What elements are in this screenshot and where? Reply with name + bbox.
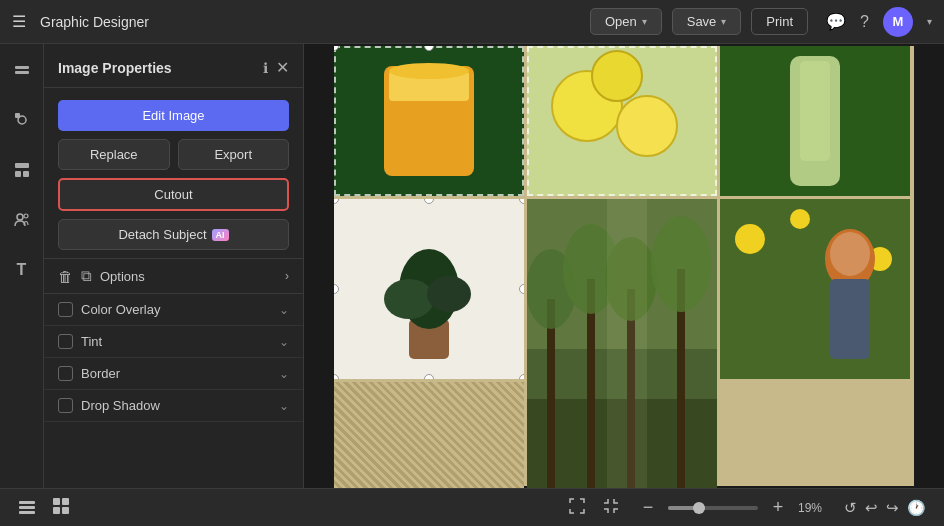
replace-button[interactable]: Replace	[58, 139, 170, 170]
options-row: 🗑 ⧉ Options ›	[44, 258, 303, 294]
chat-icon[interactable]: 💬	[826, 12, 846, 31]
svg-point-35	[651, 216, 711, 312]
svg-rect-19	[800, 61, 830, 161]
svg-point-38	[735, 224, 765, 254]
tint-checkbox[interactable]	[58, 334, 73, 349]
detach-subject-button[interactable]: Detach Subject AI	[58, 219, 289, 250]
zoom-level: 19%	[798, 501, 828, 515]
tint-chevron-icon[interactable]: ⌄	[279, 335, 289, 349]
cell-plant[interactable]	[334, 199, 524, 379]
svg-rect-4	[15, 163, 29, 168]
panel-action-buttons: Edit Image Replace Export Cutout Detach …	[44, 88, 303, 258]
svg-rect-46	[19, 511, 35, 514]
svg-point-15	[617, 96, 677, 156]
layers-status-icon[interactable]	[18, 497, 36, 519]
color-overlay-label: Color Overlay	[81, 302, 271, 317]
grid-status-icon[interactable]	[52, 497, 70, 519]
drop-shadow-label: Drop Shadow	[81, 398, 271, 413]
info-icon[interactable]: ℹ	[263, 60, 268, 76]
redo-button[interactable]: ↪	[886, 499, 899, 517]
drop-shadow-row[interactable]: Drop Shadow ⌄	[44, 390, 303, 422]
svg-rect-5	[15, 171, 21, 177]
undo-button[interactable]: ↩	[865, 499, 878, 517]
shrink-icon[interactable]	[602, 497, 620, 519]
main-area: T Image Properties ℹ ✕ Edit Image Replac…	[0, 44, 944, 488]
text-tool[interactable]: T	[6, 254, 38, 286]
layers-tool[interactable]	[6, 54, 38, 86]
tint-label: Tint	[81, 334, 271, 349]
print-button[interactable]: Print	[751, 8, 808, 35]
svg-rect-47	[53, 498, 60, 505]
save-button[interactable]: Save ▾	[672, 8, 742, 35]
svg-point-24	[427, 276, 471, 312]
layout-tool[interactable]	[6, 154, 38, 186]
zoom-slider[interactable]	[668, 506, 758, 510]
juice-image	[334, 46, 524, 196]
drop-shadow-chevron-icon[interactable]: ⌄	[279, 399, 289, 413]
open-chevron-icon: ▾	[642, 16, 647, 27]
svg-point-12	[389, 63, 469, 79]
svg-rect-36	[607, 199, 647, 488]
lemon-image	[527, 46, 717, 196]
svg-rect-48	[62, 498, 69, 505]
avatar[interactable]: M	[883, 7, 913, 37]
statusbar: − + 19% ↺ ↩ ↪ 🕐	[0, 488, 944, 526]
svg-point-40	[790, 209, 810, 229]
border-row[interactable]: Border ⌄	[44, 358, 303, 390]
forest-image	[527, 199, 717, 488]
svg-rect-6	[23, 171, 29, 177]
color-overlay-row[interactable]: Color Overlay ⌄	[44, 294, 303, 326]
image-properties-panel: Image Properties ℹ ✕ Edit Image Replace …	[44, 44, 304, 488]
topbar-actions: 💬 ? M ▾	[826, 7, 932, 37]
svg-rect-44	[19, 501, 35, 504]
bottle-image	[720, 46, 910, 196]
svg-point-16	[592, 51, 642, 101]
cell-girl	[720, 199, 910, 379]
panel-title: Image Properties	[58, 60, 255, 76]
border-checkbox[interactable]	[58, 366, 73, 381]
options-chevron-icon[interactable]: ›	[285, 269, 289, 283]
border-label: Border	[81, 366, 271, 381]
replace-export-row: Replace Export	[58, 139, 289, 170]
svg-rect-45	[19, 506, 35, 509]
cell-bottle	[720, 46, 910, 196]
elements-tool[interactable]	[6, 104, 38, 136]
cell-forest	[527, 199, 717, 488]
svg-rect-0	[15, 66, 29, 69]
export-button[interactable]: Export	[178, 139, 290, 170]
help-icon[interactable]: ?	[860, 13, 869, 31]
close-icon[interactable]: ✕	[276, 58, 289, 77]
refresh-icon[interactable]: ↺	[844, 499, 857, 517]
svg-rect-42	[830, 279, 870, 359]
zoom-out-button[interactable]: −	[636, 496, 660, 520]
people-tool[interactable]	[6, 204, 38, 236]
fit-screen-icon[interactable]	[568, 497, 586, 519]
icon-toolbar: T	[0, 44, 44, 488]
color-overlay-chevron-icon[interactable]: ⌄	[279, 303, 289, 317]
svg-point-43	[830, 232, 870, 276]
color-overlay-checkbox[interactable]	[58, 302, 73, 317]
open-button[interactable]: Open ▾	[590, 8, 662, 35]
avatar-chevron-icon: ▾	[927, 16, 932, 27]
cell-texture-left	[334, 382, 524, 488]
history-icon[interactable]: 🕐	[907, 499, 926, 517]
cutout-button[interactable]: Cutout	[58, 178, 289, 211]
zoom-controls: − + 19%	[636, 496, 828, 520]
edit-image-button[interactable]: Edit Image	[58, 100, 289, 131]
texture-image-left	[334, 382, 524, 488]
menu-icon[interactable]: ☰	[12, 12, 26, 31]
svg-rect-1	[15, 71, 29, 74]
ai-badge: AI	[212, 229, 229, 241]
save-chevron-icon: ▾	[721, 16, 726, 27]
drop-shadow-checkbox[interactable]	[58, 398, 73, 413]
copy-icon[interactable]: ⧉	[81, 267, 92, 285]
border-chevron-icon[interactable]: ⌄	[279, 367, 289, 381]
svg-rect-50	[62, 507, 69, 514]
svg-point-7	[17, 214, 23, 220]
panel-header: Image Properties ℹ ✕	[44, 44, 303, 88]
tint-row[interactable]: Tint ⌄	[44, 326, 303, 358]
zoom-in-button[interactable]: +	[766, 496, 790, 520]
undo-redo-controls: ↺ ↩ ↪ 🕐	[844, 499, 926, 517]
canvas-area[interactable]	[304, 44, 944, 488]
trash-icon[interactable]: 🗑	[58, 268, 73, 285]
